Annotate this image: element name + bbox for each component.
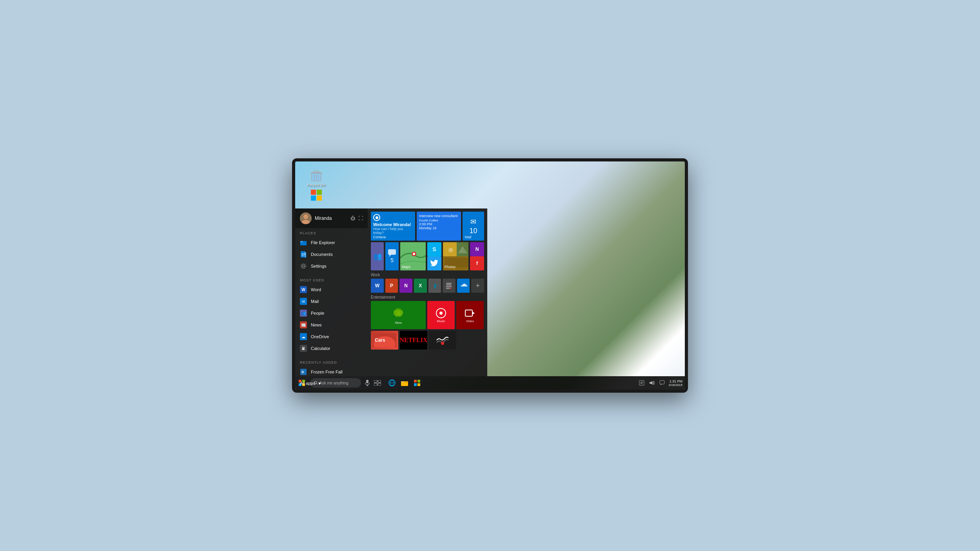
documents-label: Documents <box>311 252 333 257</box>
tile-work-calculator[interactable] <box>443 279 456 293</box>
power-button[interactable]: ⏻ <box>350 216 355 221</box>
svg-point-22 <box>302 265 305 267</box>
tile-work-add[interactable]: + <box>471 279 484 293</box>
tile-video[interactable]: Video <box>456 301 484 329</box>
settings-label: Settings <box>311 264 327 268</box>
user-avatar <box>300 212 312 224</box>
tile-maps[interactable]: Maps <box>400 242 426 270</box>
start-menu-user[interactable]: Miranda ⏻ ⛶ <box>295 208 368 228</box>
expand-button[interactable]: ⛶ <box>358 216 363 221</box>
svg-rect-75 <box>417 383 420 386</box>
tile-photos[interactable]: Photos <box>443 242 468 270</box>
user-controls: ⏻ ⛶ <box>350 216 363 221</box>
svg-rect-43 <box>448 288 450 289</box>
svg-rect-16 <box>301 251 305 257</box>
sidebar-item-settings[interactable]: Settings <box>295 260 368 272</box>
recycle-bin-label: Recycle Bin <box>307 183 326 187</box>
svg-rect-66 <box>378 383 381 386</box>
sidebar-item-mail[interactable]: ✉ Mail <box>295 295 368 307</box>
start-menu-tiles: Welcome Miranda! How can I help you toda… <box>368 208 487 376</box>
sidebar-item-people[interactable]: 👥 People <box>295 307 368 319</box>
sidebar-item-word[interactable]: W Word <box>295 284 368 295</box>
svg-point-34 <box>448 248 453 252</box>
svg-rect-7 <box>311 190 316 195</box>
cortana-sub: How can I help you today? <box>373 227 413 235</box>
tile-twitter[interactable] <box>427 256 441 270</box>
svg-point-23 <box>301 264 306 268</box>
tile-cars[interactable]: Cars <box>371 331 398 350</box>
clock-date: 2/16/2015 <box>668 383 682 387</box>
taskbar-ie[interactable] <box>386 377 398 389</box>
tile-skype[interactable]: S <box>427 242 441 256</box>
tile-netflix[interactable]: NETFLIX <box>400 331 427 350</box>
tile-work-onenote[interactable]: N <box>399 279 412 293</box>
tray-chat[interactable] <box>658 379 666 387</box>
windows-store-icon[interactable] <box>305 189 328 201</box>
start-menu-left: Miranda ⏻ ⛶ Places <box>295 208 368 376</box>
tile-work-bing[interactable] <box>428 279 441 293</box>
tile-messaging[interactable]: 5 <box>385 242 398 270</box>
mail-icon: ✉ <box>300 298 307 305</box>
taskbar-store[interactable] <box>411 377 423 389</box>
skype-twitter-group: S <box>427 242 441 270</box>
sidebar-item-frozen[interactable]: ❄ Frozen Free Fall <box>295 366 368 378</box>
sidebar-item-documents[interactable]: Documents <box>295 248 368 260</box>
svg-rect-38 <box>446 283 451 285</box>
recently-added-title: Recently added <box>295 357 368 366</box>
tile-music[interactable]: Music <box>427 301 455 329</box>
svg-rect-72 <box>414 380 417 382</box>
mail-tile-label: Mail <box>465 235 472 239</box>
photos-label: Photos <box>445 265 456 269</box>
maps-label: Maps <box>402 265 410 269</box>
svg-rect-8 <box>317 190 322 195</box>
svg-rect-42 <box>446 288 448 289</box>
tile-xbox[interactable]: Xbox <box>371 301 426 329</box>
tile-mail[interactable]: ✉ 10 Mail <box>463 212 484 241</box>
svg-rect-81 <box>660 381 664 384</box>
recycle-bin-image <box>310 169 323 182</box>
file-explorer-label: File Explorer <box>311 240 335 245</box>
video-label: Video <box>466 319 474 323</box>
tile-flipboard[interactable]: f <box>470 256 484 270</box>
task-view-button[interactable] <box>372 377 383 388</box>
entertainment-section-label: Entertainment <box>371 295 484 299</box>
system-clock[interactable]: 1:31 PM 2/16/2015 <box>668 379 682 387</box>
tray-notification[interactable] <box>638 379 646 387</box>
tray-volume[interactable] <box>648 379 656 387</box>
svg-rect-26 <box>388 249 396 255</box>
most-used-title: Most used <box>295 275 368 284</box>
cortana-ring <box>373 214 380 221</box>
calendar-company: Fourth Coffee <box>419 219 459 222</box>
tile-onenote[interactable]: N <box>470 242 484 256</box>
tile-work-excel[interactable]: X <box>414 279 427 293</box>
settings-icon <box>300 263 307 270</box>
sidebar-item-onedrive[interactable]: ☁ OneDrive <box>295 331 368 343</box>
tile-cortana[interactable]: Welcome Miranda! How can I help you toda… <box>371 212 415 241</box>
people-icon: 👥 <box>300 310 307 317</box>
tile-work-word[interactable]: W <box>371 279 384 293</box>
svg-point-12 <box>303 214 308 219</box>
word-icon: W <box>300 286 307 293</box>
all-apps-button[interactable]: All apps ▼ <box>295 378 368 389</box>
sidebar-item-calculator[interactable]: 🖩 Calculator <box>295 343 368 354</box>
recycle-bin-icon[interactable]: Recycle Bin <box>305 169 328 187</box>
svg-rect-1 <box>314 171 319 172</box>
svg-rect-47 <box>465 310 472 316</box>
taskbar-file-explorer[interactable] <box>399 377 410 389</box>
tiles-second-row: 👥 5 <box>371 242 484 270</box>
mail-label: Mail <box>311 299 319 304</box>
word-label: Word <box>311 287 321 292</box>
svg-rect-41 <box>450 286 451 287</box>
news-icon: 📰 <box>300 321 307 328</box>
tiles-work-row: W P N X <box>371 279 484 293</box>
tile-calendar[interactable]: Interview new consultant Fourth Coffee 2… <box>417 212 461 241</box>
places-title: Places <box>295 228 368 237</box>
tile-shazam[interactable] <box>429 331 456 350</box>
tile-work-onedrive[interactable] <box>457 279 470 293</box>
svg-point-53 <box>441 342 444 345</box>
tile-people[interactable]: 👥 <box>371 242 384 270</box>
sidebar-item-file-explorer[interactable]: File Explorer <box>295 237 368 248</box>
sidebar-item-news[interactable]: 📰 News <box>295 319 368 331</box>
tile-work-powerpoint[interactable]: P <box>385 279 398 293</box>
xbox-label: Xbox <box>395 321 402 324</box>
